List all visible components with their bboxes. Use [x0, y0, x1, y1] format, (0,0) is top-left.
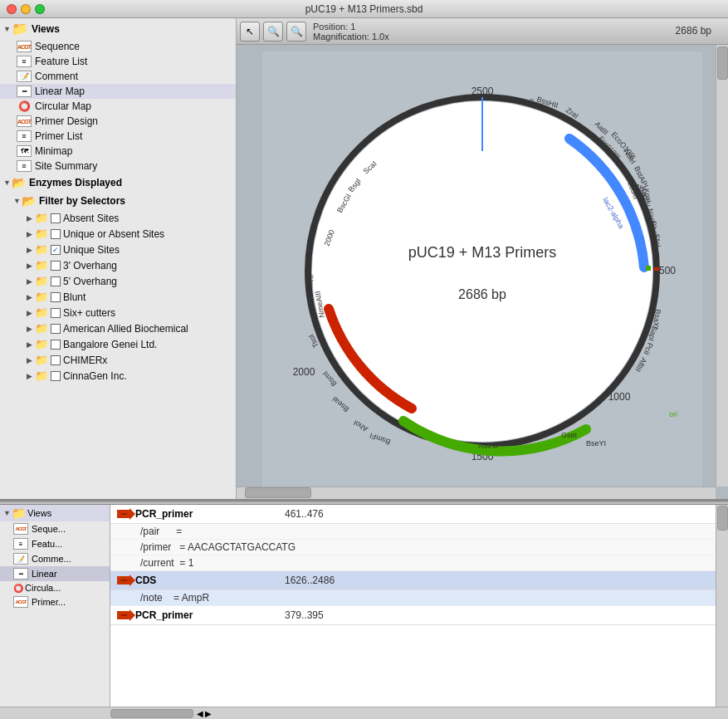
bangalore-checkbox[interactable]	[51, 340, 61, 350]
sidebar-item-cinnagen[interactable]: 📁 CinnaGen Inc.	[0, 368, 236, 384]
svg-text:2000: 2000	[293, 366, 315, 378]
six-cutters-triangle[interactable]	[27, 309, 35, 317]
sidebar-item-unique-absent[interactable]: 📁 Unique or Absent Sites	[0, 226, 236, 242]
3-overhang-triangle[interactable]	[27, 262, 35, 270]
sidebar-item-seque[interactable]: ACGT Seque...	[0, 521, 110, 536]
bangalore-triangle[interactable]	[27, 340, 35, 349]
sidebar-item-feature-list[interactable]: ≡ Feature List	[0, 54, 236, 69]
sidebar-item-six-cutters[interactable]: 📁 Six+ cutters	[0, 305, 236, 320]
acgt-icon-primer: ACGT	[17, 115, 32, 127]
sidebar-item-unique-sites[interactable]: 📁 Unique Sites	[0, 242, 236, 257]
5-overhang-triangle[interactable]	[27, 277, 35, 286]
sidebar-item-minimap[interactable]: 🗺 Minimap	[0, 144, 236, 159]
cinnagen-checkbox[interactable]	[51, 371, 61, 381]
sidebar-item-comme[interactable]: 📝 Comme...	[0, 551, 110, 566]
sidebar-item-primer-bottom[interactable]: ACGT Primer...	[0, 594, 110, 609]
scrollbar-thumb[interactable]	[717, 46, 728, 80]
bottom-vscroll-thumb[interactable]	[717, 506, 728, 531]
feature-row-pcr2[interactable]: PCR_primer 379..395	[110, 606, 716, 625]
views-header: 📁 Views	[0, 18, 236, 39]
cinnagen-triangle[interactable]	[27, 372, 35, 380]
vertical-scrollbar[interactable]	[716, 45, 728, 487]
unique-absent-checkbox[interactable]	[51, 229, 61, 239]
pcr1-range: 461..476	[285, 508, 324, 520]
3-overhang-checkbox[interactable]	[51, 261, 61, 271]
window-title: pUC19 + M13 Primers.sbd	[305, 3, 423, 15]
six-cutters-checkbox[interactable]	[51, 308, 61, 318]
circular-mini: ⭕	[13, 584, 23, 593]
sidebar-item-site-summary[interactable]: ≡ Site Summary	[0, 159, 236, 174]
sidebar-item-featu[interactable]: ≡ Featu...	[0, 536, 110, 551]
unique-sites-triangle[interactable]	[27, 246, 35, 254]
horizontal-scrollbar[interactable]	[237, 487, 716, 499]
sidebar-item-views-bottom[interactable]: 📁 Views	[0, 505, 110, 521]
bottom-vscrollbar[interactable]	[716, 505, 728, 707]
sidebar-item-circula[interactable]: ⭕ Circula...	[0, 581, 110, 594]
enzymes-label: Enzymes Displayed	[29, 177, 122, 188]
views-triangle-bottom[interactable]	[3, 509, 12, 517]
chimerx-checkbox[interactable]	[51, 355, 61, 365]
sidebar-item-chimerx[interactable]: 📁 CHIMERx	[0, 352, 236, 368]
zoom-out-tool[interactable]: 🔍	[286, 22, 306, 42]
sidebar-item-linear-map[interactable]: ━ Linear Map	[0, 84, 236, 99]
sidebar-item-linear-bottom[interactable]: ━ Linear	[0, 566, 110, 581]
global-hscroll-thumb[interactable]	[110, 709, 193, 718]
feature-row-cds[interactable]: CDS 1626..2486	[110, 571, 716, 590]
american-allied-label: American Allied Biochemical	[63, 323, 188, 335]
sidebar-item-sequence[interactable]: ACGT Sequence	[0, 39, 236, 54]
list-icon-linear: ━	[17, 86, 32, 97]
absent-triangle[interactable]	[27, 214, 35, 223]
title-bar: pUC19 + M13 Primers.sbd	[0, 0, 728, 18]
seque-label: Seque...	[32, 524, 66, 534]
filter-triangle[interactable]	[13, 197, 22, 205]
bottom-sidebar: 📁 Views ACGT Seque... ≡ Featu... 📝 Comme…	[0, 505, 110, 707]
svg-text:ori: ori	[669, 410, 677, 418]
svg-rect-10	[646, 266, 651, 271]
scroll-left-arrow[interactable]: ◀	[197, 709, 203, 718]
sidebar-label-comment: Comment	[35, 71, 78, 82]
sidebar-item-circular-map[interactable]: ⭕ Circular Map	[0, 99, 236, 114]
svg-point-2	[312, 101, 652, 442]
circular-map-svg[interactable]: 2500 500 1000 1500 2000	[262, 51, 702, 492]
absent-label: Absent Sites	[63, 213, 119, 224]
sidebar-item-absent-sites[interactable]: 📁 Absent Sites	[0, 210, 236, 226]
close-button[interactable]	[7, 4, 17, 14]
list-mini-comment: 📝	[13, 553, 28, 565]
zoom-in-tool[interactable]: 🔍	[263, 22, 283, 42]
sidebar-item-bangalore[interactable]: 📁 Bangalore Genei Ltd.	[0, 336, 236, 352]
scroll-right-arrow[interactable]: ▶	[205, 709, 212, 718]
minimize-button[interactable]	[21, 4, 31, 14]
sidebar-item-primer-design[interactable]: ACGT Primer Design	[0, 114, 236, 129]
left-sidebar: 📁 Views ACGT Sequence ≡ Feature List 📝 C…	[0, 18, 237, 499]
chimerx-triangle[interactable]	[27, 356, 35, 364]
sidebar-item-3-overhang[interactable]: 📁 3' Overhang	[0, 257, 236, 273]
5-overhang-checkbox[interactable]	[51, 276, 61, 286]
blunt-triangle[interactable]	[27, 293, 35, 301]
views-triangle[interactable]	[3, 25, 12, 33]
sidebar-item-blunt[interactable]: 📁 Blunt	[0, 289, 236, 305]
svg-text:SfoI: SfoI	[652, 234, 662, 248]
sidebar-item-american-allied[interactable]: 📁 American Allied Biochemical	[0, 320, 236, 336]
american-allied-triangle[interactable]	[27, 325, 35, 333]
sidebar-item-5-overhang[interactable]: 📁 5' Overhang	[0, 273, 236, 289]
acgt-mini-primer: ACGT	[13, 596, 28, 608]
cds-range: 1626..2486	[285, 575, 335, 586]
h-scrollbar-thumb[interactable]	[245, 487, 311, 498]
position-label: Position: 1	[313, 22, 389, 32]
enzymes-header: 📂 Enzymes Displayed	[0, 174, 236, 192]
maximize-button[interactable]	[35, 4, 45, 14]
unique-sites-checkbox[interactable]	[51, 245, 61, 255]
svg-text:AlwNI: AlwNI	[478, 442, 498, 450]
feature-row-pcr1[interactable]: PCR_primer 461..476	[110, 505, 716, 524]
sidebar-label-linear-map: Linear Map	[35, 86, 85, 97]
blunt-checkbox[interactable]	[51, 292, 61, 302]
unique-absent-triangle[interactable]	[27, 230, 35, 238]
window-controls[interactable]	[7, 4, 45, 14]
american-allied-checkbox[interactable]	[51, 324, 61, 334]
pcr2-name: PCR_primer	[135, 609, 285, 621]
sidebar-item-primer-list[interactable]: ≡ Primer List	[0, 129, 236, 144]
sidebar-item-comment[interactable]: 📝 Comment	[0, 69, 236, 84]
enzymes-triangle[interactable]	[3, 179, 12, 187]
cursor-tool[interactable]: ↖	[240, 22, 260, 42]
absent-checkbox[interactable]	[51, 213, 61, 223]
